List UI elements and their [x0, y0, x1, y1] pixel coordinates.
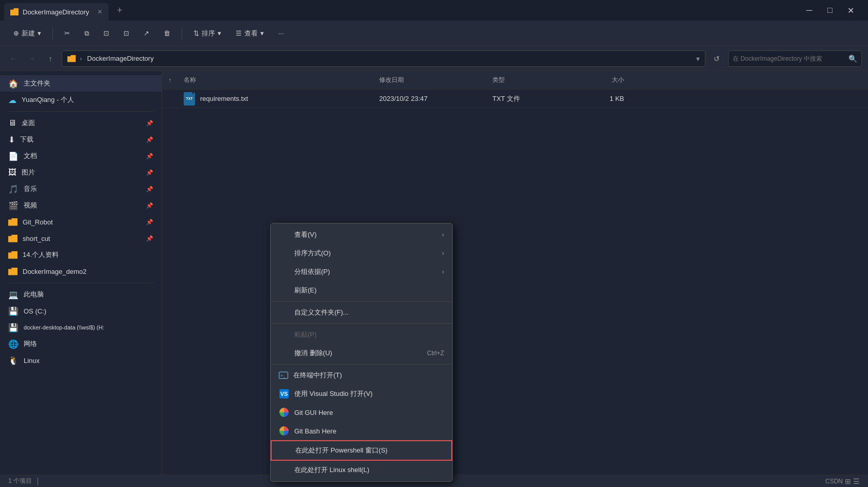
status-view-icon: ⊞ — [845, 477, 851, 485]
address-box[interactable]: › DockerImageDirectory ▾ — [62, 50, 705, 67]
sidebar-os-c-label: OS (C:) — [24, 307, 153, 315]
cut-button[interactable]: ✂ — [59, 27, 75, 40]
sidebar-item-pictures[interactable]: 🖼 图片 📌 — [0, 164, 162, 181]
ctx-undo[interactable]: 撤消 删除(U) Ctrl+Z — [271, 344, 452, 362]
back-button[interactable]: ← — [6, 51, 21, 66]
rename-icon: ⊡ — [123, 29, 129, 37]
ctx-git-bash[interactable]: Git Bash Here — [271, 422, 452, 440]
ctx-git-bash-icon-container — [279, 426, 289, 436]
close-button[interactable]: ✕ — [843, 3, 858, 18]
ctx-git-gui[interactable]: Git GUI Here — [271, 403, 452, 422]
col-header-name[interactable]: 名称 — [178, 71, 373, 89]
maximize-button[interactable]: □ — [823, 3, 837, 18]
sidebar-videos-label: 视频 — [24, 201, 141, 210]
col-header-type[interactable]: 类型 — [486, 71, 569, 89]
sidebar-item-wsl[interactable]: 💾 docker-desktop-data (\\wsl$) (H: — [0, 319, 162, 336]
network-icon: 🌐 — [8, 339, 19, 349]
active-tab[interactable]: DockerImageDirectory ✕ — [4, 3, 109, 21]
search-box[interactable]: 🔍 — [728, 50, 862, 67]
ctx-group-icon — [279, 267, 289, 277]
ctx-undo-icon — [279, 348, 289, 358]
copy-icon: ⧉ — [84, 29, 89, 38]
file-name: requirements.txt — [200, 95, 248, 102]
downloads-pin-icon: 📌 — [146, 136, 153, 143]
sidebar-item-os-c[interactable]: 💾 OS (C:) — [0, 303, 162, 319]
col-date-label: 修改日期 — [379, 76, 404, 84]
sidebar-docker-label: DockerImage_demo2 — [23, 268, 153, 275]
refresh-button[interactable]: ↺ — [710, 51, 724, 66]
sidebar-item-cloud[interactable]: ☁ YuanQiang - 个人 — [0, 92, 162, 108]
sidebar-item-git-robot[interactable]: Git_Robot 📌 — [0, 214, 162, 230]
sidebar-item-personal[interactable]: 14.个人资料 — [0, 247, 162, 263]
sidebar-item-desktop[interactable]: 🖥 桌面 📌 — [0, 115, 162, 131]
ctx-terminal[interactable]: >_ 在终端中打开(T) — [271, 366, 452, 385]
new-label: 新建 — [22, 29, 35, 38]
sort-icon: ⇅ — [193, 29, 199, 37]
addressbar: ← → ↑ › DockerImageDirectory ▾ ↺ 🔍 — [0, 46, 868, 71]
sort-indicator[interactable]: ↑ — [162, 71, 178, 89]
music-pin-icon: 📌 — [146, 186, 153, 193]
ctx-sep-3 — [271, 364, 452, 364]
sidebar-item-linux[interactable]: 🐧 Linux — [0, 352, 162, 369]
tab-close-button[interactable]: ✕ — [97, 8, 102, 15]
ctx-sort[interactable]: 排序方式(O) › — [271, 244, 452, 263]
sidebar-item-downloads[interactable]: ⬇ 下载 📌 — [0, 131, 162, 148]
ctx-vscode-label: 使用 Visual Studio 打开(V) — [294, 389, 444, 398]
minimize-button[interactable]: ─ — [802, 3, 817, 18]
rename-button[interactable]: ⊡ — [118, 27, 134, 40]
sidebar-music-label: 音乐 — [24, 184, 141, 194]
more-button[interactable]: ··· — [273, 27, 289, 40]
ctx-view[interactable]: 查看(V) › — [271, 225, 452, 244]
sidebar-item-home[interactable]: 🏠 主文件夹 — [0, 75, 162, 92]
ctx-group[interactable]: 分组依据(P) › — [271, 263, 452, 281]
ctx-sort-icon — [279, 248, 289, 258]
file-panel: ↑ 名称 修改日期 类型 大小 TXT — [162, 71, 868, 475]
pictures-icon: 🖼 — [8, 168, 16, 177]
cloud-icon: ☁ — [8, 95, 16, 105]
sidebar-sep-2 — [8, 283, 153, 283]
view-chevron-icon: ▾ — [260, 29, 264, 37]
delete-button[interactable]: 🗑 — [158, 27, 175, 40]
ctx-vscode[interactable]: VS 使用 Visual Studio 打开(V) — [271, 385, 452, 403]
tab-folder-icon — [10, 8, 19, 15]
forward-button[interactable]: → — [25, 51, 39, 66]
file-list: TXT requirements.txt 2023/10/2 23:47 TXT… — [162, 90, 868, 475]
address-dropdown-icon[interactable]: ▾ — [696, 55, 700, 63]
table-row[interactable]: TXT requirements.txt 2023/10/2 23:47 TXT… — [162, 90, 868, 108]
ctx-linux-shell[interactable]: 在此处打开 Linux shell(L) — [271, 461, 452, 479]
view-button[interactable]: ☰ 查看 ▾ — [231, 26, 269, 41]
paste-button[interactable]: ⊡ — [98, 27, 114, 40]
new-tab-button[interactable]: + — [113, 3, 127, 18]
ctx-paste[interactable]: 粘贴(P) — [271, 325, 452, 344]
ctx-powershell[interactable]: 在此处打开 Powershell 窗口(S) — [271, 440, 452, 461]
up-button[interactable]: ↑ — [43, 51, 58, 66]
ctx-vscode-icon: VS — [279, 389, 289, 399]
col-header-size[interactable]: 大小 — [569, 71, 630, 89]
ctx-refresh[interactable]: 刷新(E) — [271, 281, 452, 300]
this-pc-icon: 💻 — [8, 290, 19, 300]
sidebar-wsl-label: docker-desktop-data (\\wsl$) (H: — [24, 324, 153, 331]
sidebar-cloud-label: YuanQiang - 个人 — [22, 95, 153, 105]
sidebar-item-music[interactable]: 🎵 音乐 📌 — [0, 181, 162, 197]
share-button[interactable]: ↗ — [138, 27, 154, 40]
music-icon: 🎵 — [8, 184, 19, 194]
sort-button[interactable]: ⇅ 排序 ▾ — [188, 26, 226, 41]
desktop-icon: 🖥 — [8, 118, 16, 128]
sidebar-item-this-pc[interactable]: 💻 此电脑 — [0, 286, 162, 303]
col-header-date[interactable]: 修改日期 — [373, 71, 486, 89]
sidebar-sep-1 — [8, 111, 153, 112]
sidebar-item-videos[interactable]: 🎬 视频 📌 — [0, 197, 162, 214]
new-button[interactable]: ⊕ 新建 ▾ — [8, 26, 46, 41]
sidebar-item-docker[interactable]: DockerImage_demo2 — [0, 263, 162, 280]
ctx-sep-1 — [271, 301, 452, 302]
sidebar-downloads-label: 下载 — [20, 135, 141, 144]
pictures-pin-icon: 📌 — [146, 169, 153, 176]
view-label: 查看 — [244, 29, 258, 38]
sidebar-item-network[interactable]: 🌐 网络 — [0, 336, 162, 352]
search-input[interactable] — [733, 55, 844, 62]
sidebar-item-documents[interactable]: 📄 文档 📌 — [0, 148, 162, 164]
copy-button[interactable]: ⧉ — [79, 27, 94, 40]
ctx-customize[interactable]: 自定义文件夹(F)... — [271, 303, 452, 322]
col-type-label: 类型 — [492, 76, 505, 84]
sidebar-item-short-cut[interactable]: short_cut 📌 — [0, 230, 162, 247]
